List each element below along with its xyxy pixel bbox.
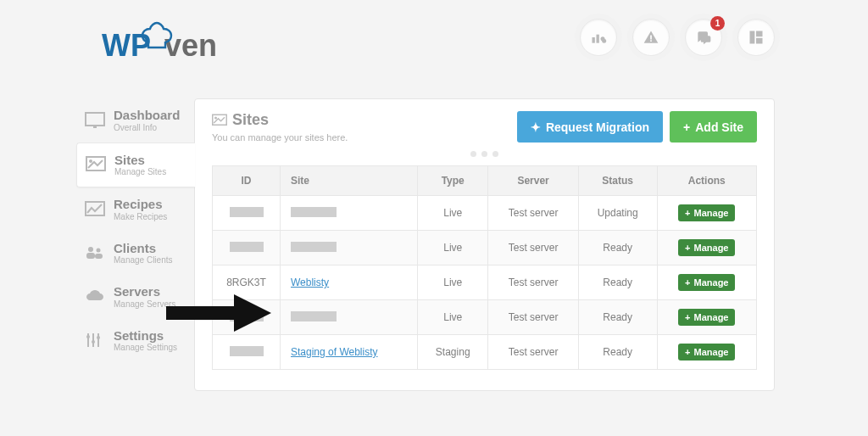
- svg-point-22: [92, 340, 95, 344]
- page-subtitle: You can manage your sites here.: [212, 132, 348, 143]
- revenue-icon-button[interactable]: [580, 19, 617, 56]
- manage-button[interactable]: Manage: [678, 309, 735, 326]
- messages-icon-button[interactable]: 1: [685, 19, 722, 56]
- cell-site: Staging of Weblisty: [281, 335, 418, 370]
- sidebar-sub: Manage Settings: [114, 343, 177, 352]
- cell-type: Live: [417, 196, 487, 231]
- svg-point-23: [97, 336, 100, 339]
- cell-actions: Manage: [657, 335, 756, 370]
- cell-site: [281, 300, 418, 335]
- svg-rect-10: [93, 126, 97, 128]
- svg-rect-5: [650, 40, 652, 42]
- cell-type: Live: [417, 266, 487, 300]
- cell-type: Staging: [417, 335, 487, 370]
- brand-logo[interactable]: WP ven: [102, 15, 237, 70]
- col-status: Status: [578, 166, 657, 196]
- cell-id: [213, 335, 281, 370]
- svg-rect-16: [86, 253, 95, 259]
- sidebar-item-clients[interactable]: ClientsManage Clients: [76, 232, 195, 276]
- cell-server: Test server: [488, 196, 578, 231]
- alerts-icon-button[interactable]: [632, 19, 670, 56]
- settings-icon: [85, 332, 105, 349]
- add-site-button[interactable]: + Add Site: [670, 111, 757, 143]
- manage-button[interactable]: Manage: [678, 344, 735, 361]
- annotation-arrow: [166, 294, 271, 332]
- sidebar-sub: Make Recipes: [114, 212, 167, 221]
- cell-type: Live: [417, 231, 487, 266]
- table-row: LiveTest serverUpdating Manage: [213, 196, 757, 231]
- site-link[interactable]: Weblisty: [291, 277, 329, 288]
- svg-rect-13: [86, 202, 104, 215]
- button-label: Add Site: [695, 120, 743, 134]
- cell-status: Ready: [578, 335, 657, 370]
- cell-site: Weblisty: [281, 266, 418, 300]
- sites-icon: [212, 114, 227, 127]
- plus-icon: +: [683, 120, 690, 134]
- cell-server: Test server: [488, 300, 578, 335]
- svg-rect-6: [750, 31, 755, 44]
- svg-point-25: [214, 116, 217, 119]
- svg-rect-9: [86, 113, 104, 126]
- cell-actions: Manage: [657, 231, 756, 266]
- col-site: Site: [281, 166, 418, 196]
- sidebar-label: Dashboard: [114, 109, 180, 123]
- table-row: LiveTest serverReady Manage: [213, 300, 757, 335]
- svg-rect-4: [650, 36, 652, 40]
- svg-rect-20: [97, 333, 99, 347]
- sidebar-item-sites[interactable]: SitesManage Sites: [76, 143, 195, 188]
- servers-icon: [85, 288, 105, 305]
- clients-icon: [85, 244, 105, 261]
- button-label: Request Migration: [546, 120, 649, 134]
- sidebar-label: Recipes: [114, 198, 167, 212]
- page-title-text: Sites: [232, 111, 269, 129]
- request-migration-button[interactable]: ✦ Request Migration: [517, 111, 663, 143]
- svg-marker-27: [234, 294, 271, 332]
- svg-point-3: [602, 39, 606, 43]
- page-title: Sites: [212, 111, 348, 129]
- cell-type: Live: [417, 300, 487, 335]
- sidebar-sub: Manage Sites: [114, 167, 166, 176]
- dashboard-icon: [85, 112, 105, 129]
- svg-rect-0: [593, 37, 595, 43]
- sidebar-label: Sites: [114, 154, 166, 168]
- cell-status: Ready: [578, 266, 657, 300]
- col-actions: Actions: [657, 166, 756, 196]
- table-row: Staging of WeblistyStagingTest serverRea…: [213, 335, 757, 370]
- cell-site: [281, 196, 418, 231]
- col-server: Server: [488, 166, 578, 196]
- col-id: ID: [213, 166, 281, 196]
- cell-id: [213, 231, 281, 266]
- cell-server: Test server: [488, 266, 578, 300]
- site-link[interactable]: Staging of Weblisty: [291, 346, 378, 358]
- cell-actions: Manage: [657, 300, 756, 335]
- svg-rect-8: [756, 38, 763, 44]
- manage-button[interactable]: Manage: [678, 204, 735, 221]
- svg-point-14: [88, 247, 93, 252]
- svg-point-12: [89, 159, 92, 163]
- cell-actions: Manage: [657, 266, 756, 300]
- table-row: 8RGK3TWeblistyLiveTest serverReady Manag…: [213, 266, 757, 300]
- notification-badge: 1: [710, 16, 725, 31]
- svg-rect-1: [597, 35, 599, 43]
- cell-actions: Manage: [657, 196, 756, 231]
- sidebar-item-recipes[interactable]: RecipesMake Recipes: [76, 187, 195, 232]
- col-type: Type: [417, 166, 487, 196]
- svg-rect-17: [95, 254, 103, 259]
- cell-id: [213, 196, 281, 231]
- carousel-dots: [212, 151, 757, 157]
- top-action-bar: 1: [580, 19, 775, 56]
- cell-status: Updating: [578, 196, 657, 231]
- cell-status: Ready: [578, 300, 657, 335]
- plus-icon: ✦: [531, 120, 541, 134]
- sites-table: ID Site Type Server Status Actions LiveT…: [212, 165, 757, 370]
- sidebar-sub: Manage Clients: [114, 255, 172, 265]
- manage-button[interactable]: Manage: [678, 274, 735, 291]
- svg-rect-7: [756, 31, 763, 37]
- sidebar-item-dashboard[interactable]: DashboardOverall Info: [76, 98, 195, 143]
- cell-server: Test server: [488, 335, 578, 370]
- dashboard-icon-button[interactable]: [737, 19, 775, 56]
- sites-icon: [86, 156, 106, 173]
- manage-button[interactable]: Manage: [678, 239, 735, 256]
- svg-rect-26: [166, 306, 234, 320]
- recipes-icon: [85, 201, 105, 218]
